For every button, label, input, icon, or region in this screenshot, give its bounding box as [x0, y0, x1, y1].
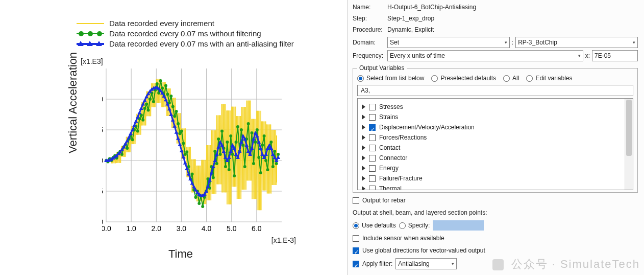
- x-scale-label: [x1.E-3]: [271, 236, 296, 244]
- svg-point-64: [175, 110, 178, 113]
- chevron-down-icon: ▾: [578, 53, 581, 58]
- domain-value-combo[interactable]: RP-3_BotChip ▾: [515, 37, 638, 48]
- section-specify-option[interactable]: Specify:: [399, 221, 430, 230]
- ov-radio-all-label: All: [512, 75, 519, 82]
- svg-point-113: [261, 144, 264, 147]
- svg-point-53: [156, 82, 159, 85]
- expand-icon: [362, 186, 365, 190]
- y-axis-title: Vertical Acceleration: [66, 52, 80, 153]
- svg-point-94: [228, 168, 231, 171]
- svg-point-68: [182, 142, 185, 145]
- ov-tree[interactable]: StressesStrainsDisplacement/Velocity/Acc…: [358, 99, 625, 190]
- svg-text:-0.5: -0.5: [102, 187, 103, 195]
- include-sensor-label: Include sensor when available: [362, 234, 444, 243]
- checkbox-icon: [369, 155, 376, 162]
- svg-point-89: [219, 153, 222, 156]
- apply-filter-row[interactable]: Apply filter: Antialiasing ▾: [353, 258, 638, 269]
- svg-point-67: [180, 129, 183, 132]
- legend-swatch-blue: [77, 40, 104, 48]
- ov-radio-pre-label: Preselected defaults: [440, 75, 496, 82]
- output-variables-legend: Output Variables: [357, 64, 407, 72]
- svg-point-98: [235, 141, 238, 144]
- ov-tree-label: Stresses: [379, 102, 403, 112]
- svg-point-63: [173, 115, 176, 118]
- info-name-label: Name:: [353, 3, 385, 11]
- expand-icon: [362, 145, 365, 150]
- svg-point-116: [266, 168, 269, 171]
- scroll-thumb[interactable]: [626, 100, 632, 156]
- frequency-mode-combo[interactable]: Every x units of time ▾: [387, 50, 583, 61]
- svg-point-101: [240, 128, 243, 131]
- apply-filter-label: Apply filter:: [362, 259, 392, 268]
- svg-point-36: [126, 147, 129, 150]
- ov-tree-label: Energy: [379, 163, 399, 173]
- section-radio-row: Use defaults Specify:: [353, 220, 638, 231]
- ov-tree-item[interactable]: Contact: [360, 143, 623, 153]
- svg-text:5.0: 5.0: [227, 224, 237, 233]
- svg-text:0.0: 0.0: [102, 156, 103, 165]
- domain-row: Domain: Set ▾ : RP-3_BotChip ▾: [353, 37, 638, 48]
- svg-point-79: [201, 205, 204, 208]
- checkbox-icon: [369, 186, 376, 190]
- svg-point-119: [271, 165, 275, 168]
- expand-icon: [362, 125, 365, 130]
- svg-point-108: [252, 162, 255, 165]
- section-specify-input[interactable]: [433, 220, 484, 231]
- svg-text:0.0: 0.0: [102, 224, 111, 233]
- expand-icon: [362, 176, 365, 181]
- svg-point-114: [263, 134, 266, 138]
- legend-label-blue: Data recorded every 0.07 ms with an anti…: [109, 39, 294, 49]
- global-dirs-row[interactable]: Use global directions for vector-valued …: [353, 246, 638, 255]
- include-sensor-row[interactable]: Include sensor when available: [353, 234, 638, 243]
- expand-icon: [362, 104, 365, 109]
- expand-icon: [362, 166, 365, 171]
- ov-tree-item[interactable]: Failure/Fracture: [360, 173, 623, 184]
- apply-filter-value: Antialiasing: [398, 259, 429, 268]
- apply-filter-combo[interactable]: Antialiasing ▾: [395, 258, 457, 269]
- svg-text:4.0: 4.0: [202, 224, 212, 233]
- svg-point-42: [136, 129, 139, 132]
- scrollbar[interactable]: [625, 99, 633, 190]
- svg-point-70: [185, 150, 188, 153]
- ov-tree-label: Failure/Fracture: [379, 173, 423, 184]
- frequency-row: Frequency: Every x units of time ▾ x: 7E…: [353, 50, 638, 61]
- svg-point-51: [152, 100, 155, 103]
- checkbox-icon: [369, 104, 376, 110]
- section-defaults-option[interactable]: Use defaults: [353, 221, 396, 230]
- ov-radio-select-below[interactable]: Select from list below: [357, 75, 424, 82]
- domain-sep: :: [512, 39, 513, 46]
- checkbox-icon: [353, 197, 359, 204]
- rebar-row[interactable]: Output for rebar: [353, 196, 638, 205]
- ov-tree-item[interactable]: Forces/Reactions: [360, 132, 623, 143]
- ov-radio-edit[interactable]: Edit variables: [526, 75, 572, 82]
- section-text: Output at shell, beam, and layered secti…: [353, 208, 638, 217]
- ov-tree-label: Connector: [379, 153, 407, 163]
- ov-tree-item[interactable]: Thermal: [360, 184, 623, 190]
- domain-type-combo[interactable]: Set ▾: [387, 37, 510, 48]
- svg-point-65: [177, 122, 180, 125]
- expand-icon: [362, 155, 365, 161]
- ov-radio-preselected[interactable]: Preselected defaults: [431, 75, 496, 82]
- ov-tree-item[interactable]: Connector: [360, 153, 623, 163]
- svg-text:1.0: 1.0: [126, 224, 136, 233]
- ov-field-input[interactable]: A3,: [357, 85, 633, 96]
- ov-tree-item[interactable]: Displacement/Velocity/Acceleration: [360, 122, 623, 132]
- ov-tree-item[interactable]: Energy: [360, 163, 623, 173]
- frequency-x-input[interactable]: 7E-05: [592, 50, 638, 61]
- checkbox-icon: [369, 134, 376, 141]
- svg-point-111: [257, 156, 260, 159]
- svg-point-58: [164, 84, 167, 87]
- legend-swatch-green: [77, 30, 104, 38]
- info-proc-label: Procedure:: [353, 26, 385, 34]
- frequency-label: Frequency:: [353, 52, 385, 59]
- history-output-dialog: Name: H-Output-6_BotChip-Antialiasing St…: [347, 0, 644, 275]
- svg-point-69: [184, 153, 187, 156]
- ov-radio-all[interactable]: All: [503, 75, 519, 82]
- chart-legend: Data recorded every increment Data recor…: [77, 18, 294, 49]
- ov-tree-item[interactable]: Strains: [360, 112, 623, 122]
- info-proc-value: Dynamic, Explicit: [387, 26, 434, 34]
- ov-tree-item[interactable]: Stresses: [360, 102, 623, 112]
- chevron-down-icon: ▾: [633, 40, 635, 45]
- info-proc: Procedure: Dynamic, Explicit: [353, 26, 638, 34]
- svg-point-103: [243, 165, 246, 168]
